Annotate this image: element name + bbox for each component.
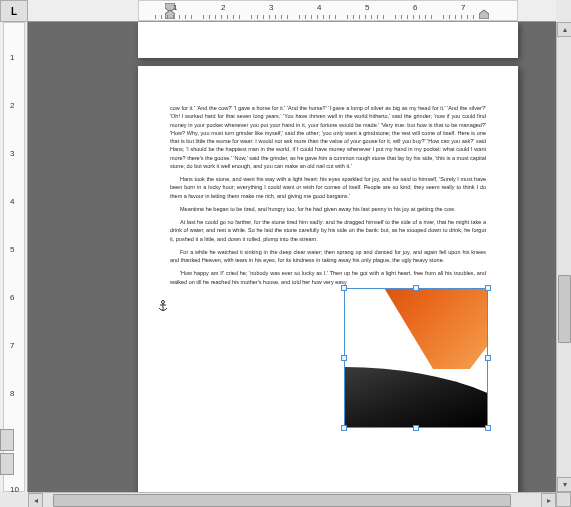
ruler-h-number: 4 (317, 3, 321, 12)
document-page[interactable]: cow for it.' 'And the cow?' 'I gave a ho… (138, 66, 518, 492)
horizontal-ruler[interactable]: 1234567 (28, 0, 556, 22)
paragraph[interactable]: Hans took the stone, and went his way wi… (170, 175, 486, 200)
scroll-down-button[interactable]: ▾ (557, 477, 571, 492)
left-tab-2[interactable] (0, 453, 14, 475)
horizontal-scrollbar[interactable]: ◂ ▸ (28, 492, 556, 507)
ruler-v-track: 12345678910 (3, 22, 25, 492)
anchor-icon[interactable] (158, 298, 168, 310)
resize-handle-bl[interactable] (341, 425, 347, 431)
resize-handle-ml[interactable] (341, 355, 347, 361)
ruler-v-number: 7 (10, 341, 14, 350)
ruler-corner-label: L (11, 6, 17, 17)
paragraph[interactable]: cow for it.' 'And the cow?' 'I gave a ho… (170, 104, 486, 170)
ruler-v-number: 2 (10, 101, 14, 110)
previous-page-edge (138, 22, 518, 58)
left-tab-1[interactable] (0, 429, 14, 451)
scroll-v-thumb[interactable] (558, 275, 571, 343)
paragraph[interactable]: At last he could go no farther, for the … (170, 218, 486, 243)
scroll-up-button[interactable]: ▴ (557, 22, 571, 37)
ruler-corner[interactable]: L (0, 0, 28, 22)
ruler-h-track: 1234567 (138, 0, 518, 21)
scroll-left-button[interactable]: ◂ (28, 493, 43, 507)
scroll-right-button[interactable]: ▸ (541, 493, 556, 507)
ruler-v-number: 10 (10, 485, 19, 494)
resize-handle-mr[interactable] (485, 355, 491, 361)
image-content[interactable] (345, 289, 487, 427)
ruler-h-number: 1 (173, 3, 177, 12)
resize-handle-tr[interactable] (485, 285, 491, 291)
document-canvas[interactable]: cow for it.' 'And the cow?' 'I gave a ho… (28, 22, 556, 492)
ruler-v-number: 4 (10, 197, 14, 206)
resize-handle-br[interactable] (485, 425, 491, 431)
vertical-scrollbar[interactable]: ▴ ▾ (556, 22, 571, 492)
scroll-v-track[interactable] (557, 37, 571, 477)
svg-point-3 (162, 301, 165, 304)
ruler-h-number: 6 (413, 3, 417, 12)
ruler-v-number: 6 (10, 293, 14, 302)
scroll-h-thumb[interactable] (53, 494, 511, 507)
ruler-v-number: 5 (10, 245, 14, 254)
scroll-h-track[interactable] (43, 493, 541, 507)
paragraph[interactable]: 'How happy am I!' cried he; 'nobody was … (170, 269, 486, 286)
ruler-h-number: 7 (461, 3, 465, 12)
ruler-h-number: 5 (365, 3, 369, 12)
ruler-v-number: 3 (10, 149, 14, 158)
resize-handle-tl[interactable] (341, 285, 347, 291)
svg-marker-2 (479, 10, 489, 19)
paragraph[interactable]: Meantime he began to be tired, and hungr… (170, 205, 486, 213)
scrollbar-corner (556, 492, 571, 507)
ruler-v-number: 8 (10, 389, 14, 398)
resize-handle-bm[interactable] (413, 425, 419, 431)
resize-handle-tm[interactable] (413, 285, 419, 291)
ruler-h-number: 2 (221, 3, 225, 12)
logo-orange-shape (345, 289, 487, 369)
left-panel-tabs (0, 429, 28, 477)
indent-marker-right[interactable] (479, 3, 489, 17)
ruler-h-number: 3 (269, 3, 273, 12)
selected-image-frame[interactable] (344, 288, 488, 428)
ruler-v-number: 1 (10, 53, 14, 62)
vertical-ruler[interactable]: 12345678910 (0, 22, 28, 492)
paragraph[interactable]: For a while he watched it sinking in the… (170, 248, 486, 265)
